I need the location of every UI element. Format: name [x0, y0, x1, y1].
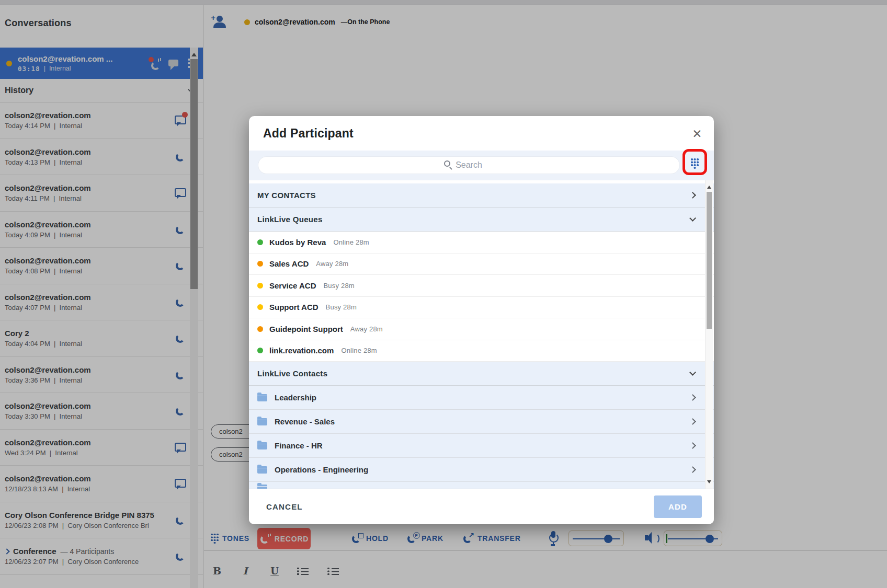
modal-footer: CANCEL ADD	[249, 489, 714, 524]
modal-header: Add Participant ✕	[249, 116, 714, 151]
folder-row-left: Leadership	[257, 393, 316, 402]
chevron-right-icon	[689, 394, 696, 401]
queue-presence-dot	[257, 239, 263, 245]
scrollbar-thumb[interactable]	[707, 192, 712, 329]
search-input[interactable]	[258, 156, 680, 174]
queue-status: Busy 28m	[324, 282, 355, 290]
queue-status: Online 28m	[341, 347, 377, 354]
chevron-right-icon	[689, 442, 696, 449]
contacts-list: MY CONTACTS LinkLive Queues Kudos by Rev…	[249, 180, 714, 489]
queue-status: Away 28m	[316, 260, 348, 268]
queue-presence-dot	[257, 283, 263, 289]
folder-icon	[257, 485, 267, 489]
modal-scrollbar[interactable]	[705, 180, 713, 489]
queue-status: Busy 28m	[326, 303, 357, 311]
chevron-down-icon	[689, 369, 696, 376]
folder-name: Finance - HR	[275, 441, 323, 450]
queue-name: link.revation.com	[269, 346, 334, 355]
queue-row[interactable]: Sales ACD Away 28m	[249, 253, 714, 275]
section-label: LinkLive Queues	[257, 215, 323, 224]
queue-name: Sales ACD	[269, 259, 309, 268]
queue-presence-dot	[257, 326, 263, 332]
folder-row-left: Operations - Engineering	[257, 465, 368, 474]
folder-name: Operations - Engineering	[275, 465, 368, 474]
folder-row-left: Revenue - Sales	[257, 417, 335, 426]
queue-row[interactable]: Kudos by Reva Online 28m	[249, 232, 714, 253]
close-icon[interactable]: ✕	[689, 125, 706, 142]
section-contacts[interactable]: LinkLive Contacts	[249, 362, 714, 386]
add-participant-modal: Add Participant ✕ MY CONTACTS LinkLive Q…	[249, 116, 714, 524]
scroll-down-icon[interactable]	[707, 480, 711, 486]
modal-title: Add Participant	[263, 126, 354, 141]
queue-presence-dot	[257, 304, 263, 310]
chevron-down-icon	[689, 215, 696, 222]
queue-row[interactable]: Guidepoint Support Away 28m	[249, 318, 714, 340]
add-button[interactable]: ADD	[654, 495, 702, 518]
queue-presence-dot	[257, 261, 263, 267]
folder-row[interactable]: Revenue - Sales	[249, 410, 714, 434]
section-queues[interactable]: LinkLive Queues	[249, 207, 714, 232]
dialpad-button[interactable]	[689, 158, 701, 172]
queue-name: Kudos by Reva	[269, 238, 326, 247]
folder-row-partial[interactable]	[249, 482, 714, 489]
app-window: Conversations colson2@revation.com ... 0…	[0, 0, 887, 588]
chevron-right-icon	[689, 418, 696, 425]
folder-row-left: Finance - HR	[257, 441, 323, 450]
section-my-contacts[interactable]: MY CONTACTS	[249, 183, 714, 207]
folder-row[interactable]: Finance - HR	[249, 434, 714, 458]
queue-status: Away 28m	[350, 325, 383, 333]
queue-name: Guidepoint Support	[269, 325, 343, 333]
section-label: MY CONTACTS	[257, 191, 316, 200]
folder-name: Revenue - Sales	[275, 417, 335, 426]
queue-status: Online 28m	[333, 238, 369, 246]
queue-row[interactable]: Support ACD Busy 28m	[249, 297, 714, 319]
folder-icon	[257, 466, 267, 474]
cancel-button[interactable]: CANCEL	[266, 502, 303, 511]
queue-name: Service ACD	[269, 281, 316, 290]
chevron-right-icon	[689, 466, 696, 473]
chevron-right-icon	[689, 192, 696, 199]
queue-name: Support ACD	[269, 303, 319, 312]
section-label: LinkLive Contacts	[257, 369, 327, 378]
folder-row[interactable]: Leadership	[249, 386, 714, 410]
queue-presence-dot	[257, 348, 263, 353]
queue-row[interactable]: Service ACD Busy 28m	[249, 275, 714, 297]
folder-row-left	[257, 482, 267, 489]
folder-icon	[257, 418, 267, 425]
folder-icon	[257, 394, 267, 401]
scroll-up-icon[interactable]	[707, 183, 711, 189]
folder-row[interactable]: Operations - Engineering	[249, 458, 714, 482]
folder-icon	[257, 442, 267, 449]
queue-row[interactable]: link.revation.com Online 28m	[249, 340, 714, 362]
search-band	[249, 151, 714, 180]
folder-name: Leadership	[275, 393, 316, 402]
